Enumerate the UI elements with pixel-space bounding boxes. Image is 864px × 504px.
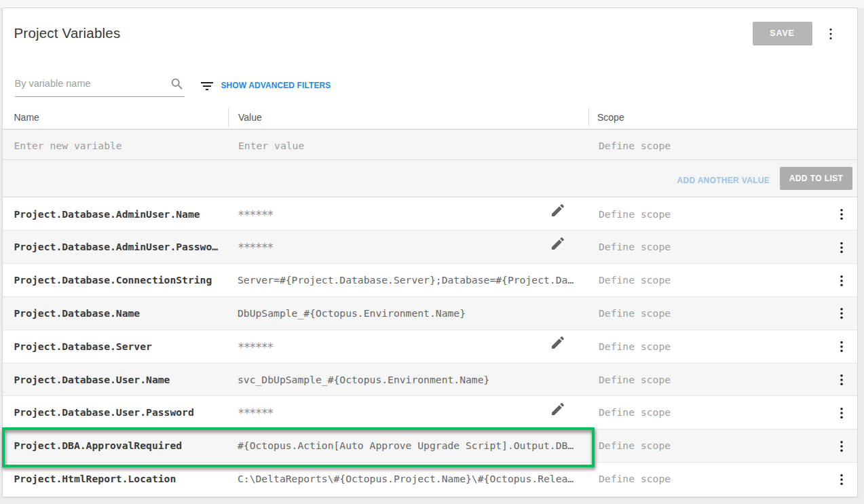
row-menu-icon[interactable]: [835, 407, 848, 419]
variables-table-body: Project.Database.AdminUser.Name ****** D…: [3, 198, 857, 496]
table-row[interactable]: Project.Database.AdminUser.Name ****** D…: [3, 198, 857, 231]
variable-scope[interactable]: Define scope: [599, 231, 671, 263]
row-menu-icon[interactable]: [835, 307, 848, 319]
save-button[interactable]: SAVE: [753, 22, 812, 45]
table-row[interactable]: Project.Database.ConnectionString Server…: [3, 264, 857, 297]
variable-scope[interactable]: Define scope: [599, 264, 671, 296]
variable-name[interactable]: Project.Database.AdminUser.Name: [14, 198, 200, 231]
variable-value[interactable]: C:\DeltaReports\#{Octopus.Project.Name}\…: [238, 463, 574, 495]
variable-name[interactable]: Project.Database.User.Name: [14, 364, 170, 396]
variable-scope[interactable]: Define scope: [599, 463, 671, 495]
search-input[interactable]: [15, 73, 166, 96]
variable-name[interactable]: Project.Database.AdminUser.Passwo…: [14, 231, 219, 263]
row-menu-icon[interactable]: [835, 275, 848, 287]
variables-card: Project Variables SAVE SHOW ADVANCED FIL…: [2, 7, 858, 497]
row-menu-icon[interactable]: [835, 208, 848, 220]
row-menu-icon[interactable]: [835, 374, 848, 386]
show-advanced-filters-link[interactable]: SHOW ADVANCED FILTERS: [221, 81, 331, 91]
variable-value[interactable]: svc_DbUpSample_#{Octopus.Environment.Nam…: [238, 364, 489, 396]
variable-value[interactable]: ******: [238, 231, 273, 263]
variable-scope[interactable]: Define scope: [599, 297, 671, 330]
new-variable-row: Enter new variable Enter value Define sc…: [3, 130, 857, 160]
table-row[interactable]: Project.Database.User.Password ****** De…: [3, 396, 857, 429]
variable-value[interactable]: DbUpSample_#{Octopus.Environment.Name}: [238, 297, 466, 330]
edit-pencil-icon[interactable]: [550, 401, 566, 417]
variable-value[interactable]: ******: [238, 198, 273, 231]
column-header-name: Name: [14, 112, 39, 123]
variable-value[interactable]: ******: [238, 330, 273, 363]
variable-name[interactable]: Project.Database.Name: [14, 297, 140, 330]
variable-name[interactable]: Project.Database.Server: [14, 330, 152, 363]
row-menu-icon[interactable]: [835, 473, 848, 486]
filter-icon[interactable]: [199, 78, 215, 94]
variable-value[interactable]: ******: [238, 396, 273, 429]
add-to-list-button[interactable]: ADD TO LIST: [780, 167, 852, 190]
variable-scope[interactable]: Define scope: [599, 396, 671, 429]
add-another-value-button[interactable]: ADD ANOTHER VALUE: [677, 160, 770, 197]
edit-pencil-icon[interactable]: [550, 202, 566, 218]
variable-scope[interactable]: Define scope: [599, 198, 671, 231]
variable-value[interactable]: Server=#{Project.Database.Server};Databa…: [238, 264, 574, 296]
edit-pencil-icon[interactable]: [550, 334, 566, 351]
search-icon: [170, 77, 185, 92]
table-row[interactable]: Project.Database.User.Name svc_DbUpSampl…: [3, 364, 857, 397]
variable-scope[interactable]: Define scope: [599, 364, 671, 396]
new-variable-name-input[interactable]: Enter new variable: [14, 130, 122, 159]
variable-scope[interactable]: Define scope: [599, 429, 671, 462]
add-actions-row: ADD ANOTHER VALUE ADD TO LIST: [3, 160, 857, 197]
table-row[interactable]: Project.HtmlReport.Location C:\DeltaRepo…: [3, 463, 857, 496]
column-separator: [228, 108, 229, 127]
new-variable-scope-input[interactable]: Define scope: [599, 130, 671, 159]
column-header-scope: Scope: [597, 112, 624, 123]
table-row[interactable]: Project.Database.Server ****** Define sc…: [3, 330, 857, 364]
variable-name[interactable]: Project.Database.User.Password: [14, 396, 194, 429]
variable-value[interactable]: #{Octopus.Action[Auto Approve Upgrade Sc…: [238, 429, 574, 462]
new-variable-value-input[interactable]: Enter value: [238, 130, 304, 159]
table-row[interactable]: Project.Database.AdminUser.Passwo… *****…: [3, 231, 857, 264]
row-menu-icon[interactable]: [835, 241, 848, 254]
search-field[interactable]: [15, 73, 185, 97]
variable-name[interactable]: Project.HtmlReport.Location: [14, 463, 176, 495]
row-menu-icon[interactable]: [835, 440, 848, 452]
variable-name[interactable]: Project.Database.ConnectionString: [14, 264, 212, 296]
row-menu-icon[interactable]: [835, 341, 848, 353]
edit-pencil-icon[interactable]: [550, 235, 566, 252]
page-title: Project Variables: [14, 24, 121, 42]
column-header-value: Value: [238, 112, 262, 123]
overflow-menu-icon[interactable]: [825, 28, 837, 40]
variable-name[interactable]: Project.DBA.ApprovalRequired: [14, 429, 183, 462]
table-row[interactable]: Project.Database.Name DbUpSample_#{Octop…: [3, 297, 857, 330]
table-row-highlighted[interactable]: Project.DBA.ApprovalRequired #{Octopus.A…: [3, 429, 857, 463]
page-background-strip: [0, 0, 864, 7]
column-separator: [588, 108, 589, 127]
variable-scope[interactable]: Define scope: [599, 330, 671, 363]
